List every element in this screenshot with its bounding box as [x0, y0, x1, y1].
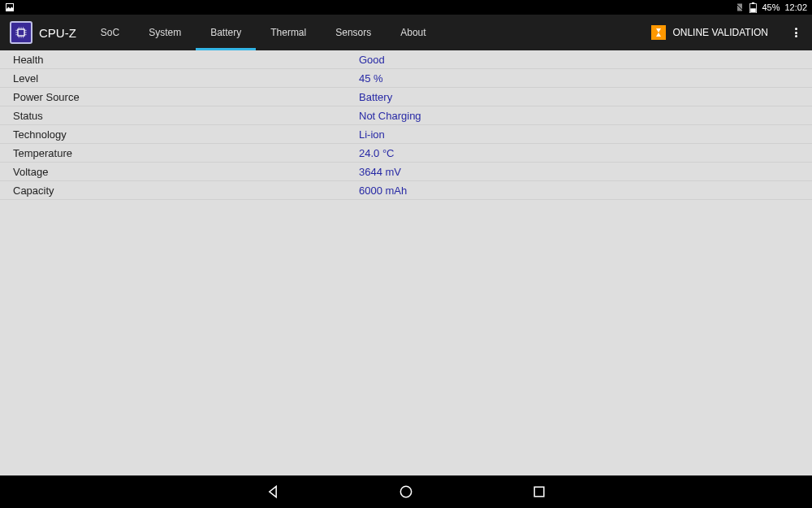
tab-soc[interactable]: SoC — [86, 15, 134, 50]
action-bar: CPU-Z SoCSystemBatteryThermalSensorsAbou… — [0, 15, 812, 50]
info-value: Battery — [359, 91, 392, 103]
info-row: Power SourceBattery — [0, 88, 812, 106]
overflow-menu-button[interactable] — [780, 15, 812, 50]
app-identity: CPU-Z — [0, 15, 86, 50]
home-icon — [398, 484, 414, 500]
info-row: Capacity6000 mAh — [0, 181, 812, 200]
info-row: Temperature24.0 °C — [0, 144, 812, 163]
validation-icon — [651, 25, 666, 40]
tab-label: System — [149, 27, 181, 38]
info-label: Level — [13, 72, 359, 85]
status-bar: 45% 12:02 — [0, 0, 812, 15]
info-value: Not Charging — [359, 110, 421, 122]
tab-sensors[interactable]: Sensors — [321, 15, 386, 50]
info-label: Technology — [13, 128, 359, 141]
back-icon — [265, 484, 281, 500]
no-sim-icon — [735, 2, 745, 12]
online-validation-label: ONLINE VALIDATION — [672, 27, 768, 38]
app-icon — [10, 21, 32, 44]
info-label: Capacity — [13, 185, 359, 197]
svg-rect-20 — [534, 487, 544, 497]
recents-icon — [531, 484, 547, 500]
tab-thermal[interactable]: Thermal — [256, 15, 321, 50]
tab-label: About — [400, 27, 425, 38]
tab-label: SoC — [101, 27, 119, 38]
battery-pct-label: 45% — [762, 2, 780, 12]
svg-rect-6 — [18, 29, 24, 36]
tab-about[interactable]: About — [386, 15, 440, 50]
time-label: 12:02 — [784, 2, 807, 12]
nav-bar — [0, 475, 812, 508]
info-value: 3644 mV — [359, 166, 401, 178]
info-label: Temperature — [13, 147, 359, 159]
info-value: Li-ion — [359, 128, 385, 141]
battery-info-panel: HealthGoodLevel45 %Power SourceBatterySt… — [0, 50, 812, 475]
info-value: 24.0 °C — [359, 147, 395, 159]
app-title: CPU-Z — [39, 26, 76, 40]
info-row: Voltage3644 mV — [0, 163, 812, 181]
info-value: 45 % — [359, 72, 383, 85]
tab-label: Battery — [210, 27, 241, 38]
svg-rect-5 — [751, 8, 757, 12]
tab-label: Sensors — [335, 27, 371, 38]
battery-icon — [749, 2, 757, 13]
info-row: Level45 % — [0, 69, 812, 88]
info-label: Health — [13, 54, 359, 66]
info-label: Power Source — [13, 91, 359, 103]
info-label: Voltage — [13, 166, 359, 178]
online-validation-button[interactable]: ONLINE VALIDATION — [640, 15, 780, 50]
tab-system[interactable]: System — [134, 15, 196, 50]
home-button[interactable] — [396, 482, 416, 501]
info-value: 6000 mAh — [359, 185, 407, 197]
back-button[interactable] — [263, 482, 283, 501]
info-row: TechnologyLi-ion — [0, 125, 812, 144]
tabs: SoCSystemBatteryThermalSensorsAbout — [86, 15, 441, 50]
info-row: HealthGood — [0, 50, 812, 69]
tab-label: Thermal — [270, 27, 306, 38]
tab-battery[interactable]: Battery — [196, 15, 256, 50]
recents-button[interactable] — [529, 482, 549, 501]
info-row: StatusNot Charging — [0, 106, 812, 125]
info-value: Good — [359, 54, 385, 66]
vertical-dots-icon — [795, 27, 797, 39]
svg-rect-4 — [752, 2, 754, 4]
svg-point-19 — [400, 486, 411, 497]
image-icon — [5, 2, 15, 12]
info-label: Status — [13, 110, 359, 122]
